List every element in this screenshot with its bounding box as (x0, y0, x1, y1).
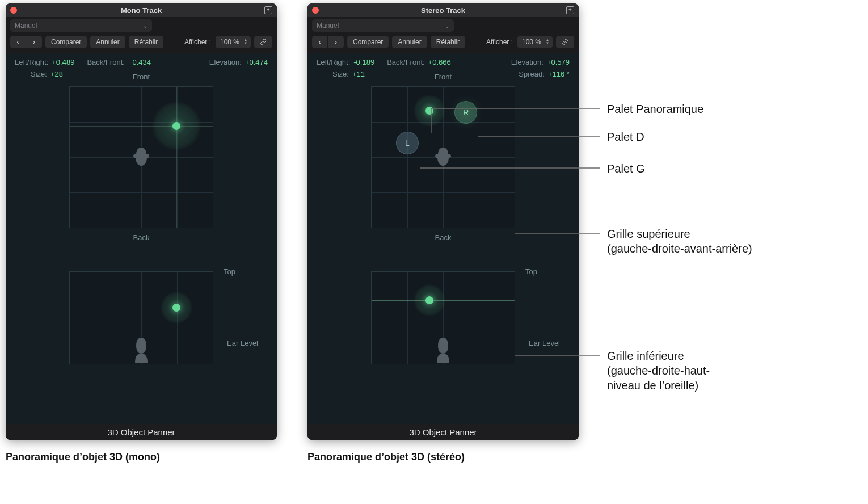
top-grid-wrapper: Front Left Right Back (6, 86, 277, 228)
zoom-value: 100 % (220, 38, 239, 46)
preset-select[interactable]: Manuel ⌄ (312, 19, 454, 32)
top-grid-wrapper: Front L R Left Right Back (307, 86, 579, 228)
callout-top-grid-2: (gauche-droite-avant-arrière) (607, 242, 752, 256)
caption-stereo: Panoramique d’objet 3D (stéréo) (307, 451, 579, 463)
bot-grid-wrapper: Top Ear Level (307, 271, 579, 364)
readout-row-1: Left/Right:-0.189 Back/Front:+0.666 Elev… (307, 53, 579, 68)
zoom-select[interactable]: 100 % ▲▼ (216, 36, 251, 48)
undo-button[interactable]: Annuler (90, 36, 125, 48)
top-label: Top (224, 267, 235, 276)
link-button[interactable] (556, 36, 574, 48)
bot-pan-grid[interactable]: Top Ear Level (69, 271, 213, 364)
preset-row: Manuel ⌄ (6, 17, 277, 34)
readout-elevation[interactable]: Elevation:+0.579 (511, 58, 570, 66)
back-label: Back (435, 233, 452, 242)
readout-left-right[interactable]: Left/Right:-0.189 (317, 58, 374, 66)
callouts: Palet Panoramique Palet D Palet G Grille… (579, 3, 862, 440)
close-icon[interactable] (10, 7, 17, 14)
callout-bot-grid-2: (gauche-droite-haut- (607, 364, 710, 378)
front-label: Front (133, 73, 150, 81)
listener-head-top-icon (431, 146, 456, 168)
link-button[interactable] (254, 36, 272, 48)
elevation-puck[interactable] (172, 304, 180, 312)
pan-puck[interactable] (425, 107, 433, 115)
compare-button[interactable]: Comparer (45, 36, 87, 48)
plugin-name-footer: 3D Object Panner (6, 424, 277, 440)
readout-back-front[interactable]: Back/Front:+0.434 (87, 58, 151, 66)
redo-button[interactable]: Rétablir (431, 36, 465, 48)
left-puck[interactable]: L (396, 132, 419, 154)
zoom-label: Afficher : (486, 38, 513, 46)
pan-area: Front L R Left Right Back (307, 84, 579, 424)
nav-segment: ‹ › (312, 36, 344, 48)
readout-spread[interactable]: Spread:+116 ° (519, 70, 570, 78)
next-button[interactable]: › (26, 36, 42, 48)
stepper-icon: ▲▼ (244, 39, 247, 45)
listener-head-back-icon (133, 337, 150, 363)
readout-back-front[interactable]: Back/Front:+0.666 (387, 58, 451, 66)
collapse-icon[interactable]: + (566, 6, 574, 14)
chevron-down-icon: ⌄ (143, 23, 148, 29)
preset-row: Manuel ⌄ (307, 17, 579, 34)
ear-level-label: Ear Level (227, 339, 258, 347)
toolbar: ‹ › Comparer Annuler Rétablir Afficher :… (6, 34, 277, 53)
pan-area: Front Left Right Back (6, 84, 277, 424)
zoom-label: Afficher : (184, 38, 211, 46)
compare-button[interactable]: Comparer (347, 36, 389, 48)
readout-left-right[interactable]: Left/Right:+0.489 (15, 58, 74, 66)
redo-button[interactable]: Rétablir (129, 36, 163, 48)
readout-size[interactable]: Size:+28 (31, 70, 63, 78)
bot-pan-grid[interactable]: Top Ear Level (371, 271, 515, 364)
callout-bot-grid-3: niveau de l’oreille) (607, 379, 698, 393)
top-pan-grid[interactable] (69, 86, 213, 228)
listener-head-back-icon (435, 337, 452, 363)
zoom-select[interactable]: 100 % ▲▼ (517, 36, 553, 48)
titlebar: Mono Track + (6, 3, 277, 17)
caption-mono: Panoramique d’objet 3D (mono) (6, 451, 277, 463)
callout-right-puck: Palet D (607, 130, 644, 144)
readout-size[interactable]: Size:+11 (332, 70, 365, 78)
callout-pan-puck: Palet Panoramique (607, 102, 703, 116)
elevation-puck[interactable] (425, 296, 433, 304)
panner-window-stereo: Stereo Track + Manuel ⌄ ‹ › Comparer Ann… (307, 3, 579, 440)
readout-row-1: Left/Right:+0.489 Back/Front:+0.434 Elev… (6, 53, 277, 68)
close-icon[interactable] (312, 7, 319, 14)
preset-select[interactable]: Manuel ⌄ (10, 19, 152, 32)
window-title: Stereo Track (307, 6, 579, 15)
collapse-icon[interactable]: + (264, 6, 272, 14)
back-label: Back (133, 233, 150, 242)
callout-top-grid-1: Grille supérieure (607, 227, 690, 241)
panner-window-mono: Mono Track + Manuel ⌄ ‹ › Comparer Annul… (6, 3, 277, 440)
preset-name: Manuel (15, 22, 37, 30)
prev-button[interactable]: ‹ (10, 36, 26, 48)
bot-grid-wrapper: Top Ear Level (6, 271, 277, 364)
top-pan-grid[interactable]: L R (371, 86, 515, 228)
prev-button[interactable]: ‹ (312, 36, 328, 48)
zoom-value: 100 % (522, 38, 541, 46)
chevron-down-icon: ⌄ (445, 23, 449, 29)
undo-button[interactable]: Annuler (392, 36, 427, 48)
link-icon (260, 38, 267, 46)
titlebar: Stereo Track + (307, 3, 579, 17)
link-icon (562, 38, 568, 46)
right-puck[interactable]: R (454, 101, 477, 124)
plugin-name-footer: 3D Object Panner (307, 424, 579, 440)
toolbar: ‹ › Comparer Annuler Rétablir Afficher :… (307, 34, 579, 53)
next-button[interactable]: › (328, 36, 344, 48)
front-label: Front (435, 73, 452, 81)
listener-head-top-icon (129, 146, 154, 168)
ear-level-label: Ear Level (529, 339, 560, 347)
readout-elevation[interactable]: Elevation:+0.474 (209, 58, 268, 66)
window-title: Mono Track (6, 6, 277, 15)
pan-puck[interactable] (172, 122, 180, 130)
stepper-icon: ▲▼ (546, 39, 549, 45)
callout-left-puck: Palet G (607, 162, 645, 176)
callout-bot-grid-1: Grille inférieure (607, 349, 684, 363)
top-label: Top (525, 267, 537, 276)
preset-name: Manuel (317, 22, 339, 30)
nav-segment: ‹ › (10, 36, 42, 48)
